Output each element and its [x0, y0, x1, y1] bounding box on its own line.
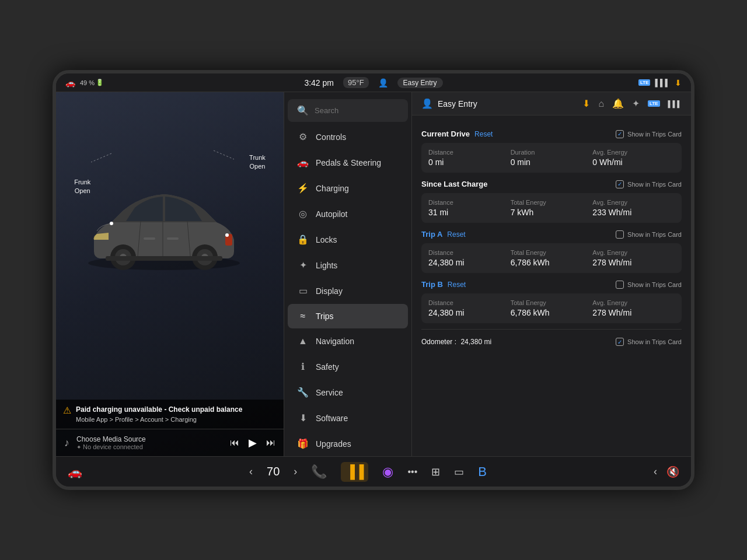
speed-next-button[interactable]: › — [294, 466, 297, 478]
easy-entry-status[interactable]: Easy Entry — [397, 78, 443, 88]
status-bar-left: 🚗 49 % 🔋 — [65, 78, 219, 88]
mute-button[interactable]: 🔇 — [666, 466, 679, 478]
play-button[interactable]: ▶ — [249, 436, 257, 449]
camera-icon[interactable]: ◉ — [382, 464, 393, 480]
home-icon[interactable]: ⌂ — [598, 99, 604, 109]
menu-item-safety[interactable]: ℹ Safety — [288, 354, 408, 379]
odometer-label: Odometer : — [421, 338, 456, 346]
person-icon-detail: 👤 — [421, 98, 433, 109]
svg-rect-4 — [167, 237, 179, 240]
menu-item-locks[interactable]: 🔒 Locks — [288, 227, 408, 252]
download-icon-header[interactable]: ⬇ — [582, 98, 590, 109]
menu-item-pedals[interactable]: 🚗 Pedals & Steering — [288, 150, 408, 175]
menu-item-service[interactable]: 🔧 Service — [288, 380, 408, 405]
taskbar-right: ‹ 🔇 — [654, 466, 679, 478]
current-drive-dist-value: 0 mi — [428, 158, 511, 167]
volume-prev-button[interactable]: ‹ — [654, 466, 657, 478]
bluetooth-taskbar-icon[interactable]: B — [478, 464, 487, 480]
charging-label: Charging — [316, 184, 349, 193]
battery-icon-symbol: 🔋 — [96, 79, 104, 86]
menu-item-display[interactable]: ▭ Display — [288, 278, 408, 303]
grid-icon[interactable]: ⊞ — [431, 466, 440, 478]
menu-item-navigation[interactable]: ▲ Navigation — [288, 329, 408, 354]
taskbar-car-icon[interactable]: 🚗 — [68, 465, 82, 479]
detail-title-text: Easy Entry — [438, 99, 477, 108]
trip-b-avg-energy: Avg. Energy 278 Wh/mi — [592, 299, 675, 317]
media-bar[interactable]: ♪ Choose Media Source ✦ No device connec… — [56, 429, 284, 456]
trip-a-distance: Distance 24,380 mi — [428, 249, 511, 267]
current-drive-energy-label: Avg. Energy — [592, 149, 675, 156]
trip-b-energy-value: 6,786 kWh — [511, 308, 593, 317]
bell-icon[interactable]: 🔔 — [612, 98, 624, 109]
media-controls[interactable]: ⏮ ▶ ⏭ — [230, 436, 275, 449]
since-charge-checkbox[interactable]: ✓ Show in Trips Card — [616, 180, 682, 188]
trip-a-reset[interactable]: Reset — [447, 230, 465, 239]
search-item[interactable]: 🔍 — [288, 99, 408, 122]
menu-item-trips[interactable]: ≈ Trips — [288, 304, 408, 328]
menu-item-upgrades[interactable]: 🎁 Upgrades — [288, 431, 408, 456]
current-drive-distance: Distance 0 mi — [428, 149, 511, 167]
pedals-icon: 🚗 — [297, 157, 309, 168]
search-icon: 🔍 — [297, 105, 309, 116]
menu-item-autopilot[interactable]: ◎ Autopilot — [288, 201, 408, 226]
trips-icon: ≈ — [297, 311, 309, 321]
trip-b-checkbox-box[interactable] — [616, 281, 624, 289]
signal-icon: ▌▌▌ — [655, 79, 670, 87]
safety-icon: ℹ — [297, 361, 309, 372]
trip-a-dist-value: 24,380 mi — [428, 258, 511, 267]
status-bar: 🚗 49 % 🔋 3:42 pm 95°F 👤 Easy Entry LTE ▌… — [56, 74, 691, 92]
media-source: Choose Media Source — [76, 435, 223, 443]
bluetooth-small-icon: ✦ — [76, 444, 81, 450]
status-bar-center: 3:42 pm 95°F 👤 Easy Entry — [219, 77, 528, 88]
trip-a-trips-label: Show in Trips Card — [627, 231, 682, 238]
bluetooth-icon-header[interactable]: ✦ — [632, 98, 640, 109]
phone-icon[interactable]: 📞 — [311, 464, 327, 480]
display-icon: ▭ — [297, 285, 309, 296]
trip-b-checkbox[interactable]: Show in Trips Card — [616, 281, 682, 289]
since-charge-energy-value: 7 kWh — [511, 208, 593, 217]
svg-rect-15 — [106, 256, 222, 261]
signal-icon-header: ▌▌▌ — [668, 100, 682, 107]
car-view: Frunk Open Trunk Open ⚡ — [56, 92, 284, 400]
warning-text: Paid charging unavailable - Check unpaid… — [76, 404, 242, 425]
more-icon[interactable]: ••• — [407, 467, 417, 477]
trip-a-header: Trip A Reset Show in Trips Card — [421, 230, 682, 239]
menu-item-lights[interactable]: ✦ Lights — [288, 253, 408, 278]
current-drive-reset[interactable]: Reset — [474, 130, 493, 138]
trip-b-dist-label: Distance — [428, 299, 511, 306]
search-input[interactable] — [315, 106, 399, 115]
prev-track-button[interactable]: ⏮ — [230, 438, 239, 448]
trip-b-energy: Total Energy 6,786 kWh — [511, 299, 593, 317]
cards-icon[interactable]: ▭ — [454, 466, 464, 478]
trip-b-trips-label: Show in Trips Card — [627, 281, 682, 288]
trip-b-stats: Distance 24,380 mi Total Energy 6,786 kW… — [421, 293, 682, 323]
since-charge-checkbox-box[interactable]: ✓ — [616, 180, 624, 188]
since-charge-distance: Distance 31 mi — [428, 199, 511, 217]
speed-value: 70 — [267, 465, 280, 478]
odometer-checkbox[interactable]: ✓ Show in Trips Card — [616, 338, 682, 346]
upgrades-label: Upgrades — [316, 439, 351, 449]
trip-a-avg-energy: Avg. Energy 278 Wh/mi — [592, 249, 675, 267]
display-label: Display — [316, 286, 343, 296]
music-taskbar-icon[interactable]: ▐▐ — [341, 462, 368, 482]
trip-b-reset[interactable]: Reset — [448, 281, 466, 289]
warning-icon: ⚠ — [63, 405, 71, 416]
menu-item-software[interactable]: ⬇ Software — [288, 405, 408, 430]
odometer-trips-label: Show in Trips Card — [627, 338, 682, 345]
speed-prev-button[interactable]: ‹ — [249, 466, 253, 478]
controls-label: Controls — [316, 132, 346, 142]
trip-a-checkbox-box[interactable] — [616, 230, 624, 239]
service-icon: 🔧 — [297, 387, 309, 398]
next-track-button[interactable]: ⏭ — [266, 438, 275, 448]
current-drive-checkbox[interactable]: ✓ Show in Trips Card — [616, 130, 682, 138]
service-label: Service — [316, 388, 343, 397]
current-drive-checkbox-box[interactable]: ✓ — [616, 130, 624, 138]
trip-a-checkbox[interactable]: Show in Trips Card — [616, 230, 682, 239]
menu-item-controls[interactable]: ⚙ Controls — [288, 124, 408, 149]
odometer-row: Odometer : 24,380 mi ✓ Show in Trips Car… — [421, 332, 682, 348]
car-status-icon: 🚗 — [65, 78, 75, 88]
safety-label: Safety — [316, 362, 339, 372]
odometer-checkbox-box[interactable]: ✓ — [616, 338, 624, 346]
menu-item-charging[interactable]: ⚡ Charging — [288, 176, 408, 201]
lte-badge-header: LTE — [648, 100, 660, 107]
